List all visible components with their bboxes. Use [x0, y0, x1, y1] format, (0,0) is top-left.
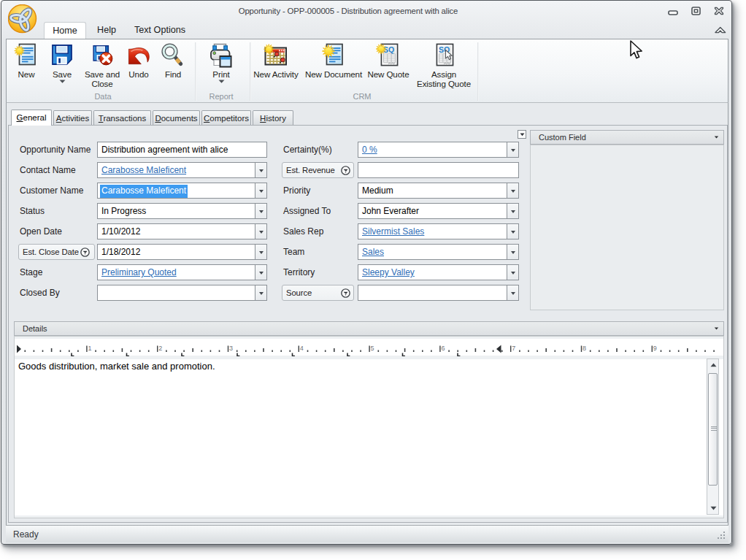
svg-text:2: 2 — [158, 345, 162, 352]
svg-text:9: 9 — [653, 345, 657, 352]
svg-text:4: 4 — [300, 345, 304, 352]
svg-text:1: 1 — [88, 345, 91, 352]
svg-text:7: 7 — [512, 345, 515, 352]
svg-text:6: 6 — [441, 345, 445, 352]
svg-text:3: 3 — [229, 345, 233, 352]
svg-text:8: 8 — [582, 345, 586, 352]
svg-text:5: 5 — [371, 345, 374, 352]
